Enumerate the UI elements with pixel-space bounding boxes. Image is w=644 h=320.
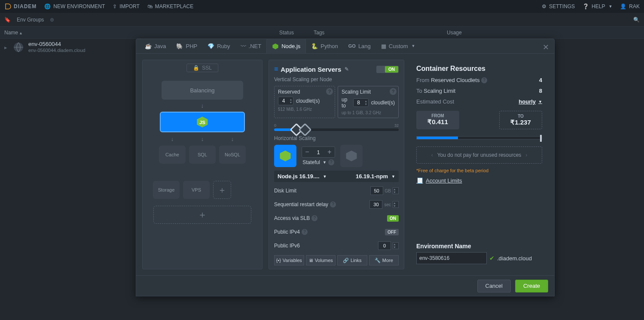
stepper-icon[interactable]: ▲▼ <box>393 187 399 194</box>
dotnet-icon: 〰 <box>241 43 246 49</box>
brand-icon <box>4 3 12 10</box>
col-tags[interactable]: Tags <box>314 30 447 36</box>
layer-toggle[interactable]: ON <box>376 66 399 73</box>
add-layer-button[interactable]: ＋ <box>153 206 251 224</box>
storage-block[interactable]: Storage <box>153 181 180 199</box>
period-dropdown[interactable]: hourly▼ <box>519 98 542 105</box>
chevron-right-icon[interactable]: › <box>525 152 527 158</box>
vps-block[interactable]: VPS <box>183 181 210 199</box>
cache-block[interactable]: Cache <box>159 146 186 164</box>
tab-ruby[interactable]: 💎Ruby <box>202 39 235 53</box>
slb-toggle[interactable]: ON <box>387 215 399 222</box>
help-icon[interactable]: ? <box>330 201 336 207</box>
disk-limit-input[interactable] <box>370 186 383 195</box>
tag-dropdown[interactable]: 16.19.1-npm▼ <box>338 173 395 180</box>
tab-custom[interactable]: ▦Custom▼ <box>376 39 421 53</box>
env-domain-suffix: .diadem.cloud <box>497 255 532 262</box>
add-group-icon[interactable]: ⊕ <box>50 17 54 23</box>
check-icon: ✔ <box>489 255 494 262</box>
add-extra-button[interactable]: ＋ <box>213 181 231 199</box>
user-icon: 👤 <box>620 3 626 9</box>
ssl-toggle[interactable]: 🔒SSL <box>186 64 218 72</box>
limit-stepper[interactable]: ▲▼ <box>353 98 369 107</box>
chevron-left-icon[interactable]: ‹ <box>431 152 433 158</box>
col-usage[interactable]: Usage <box>447 30 640 36</box>
more-button[interactable]: 🔧More <box>369 255 399 265</box>
est-cost-label: Estimated Cost <box>416 98 454 105</box>
free-note: *Free of charge for the beta period <box>416 168 542 173</box>
stateful-dropdown[interactable]: Stateful▼? <box>302 159 334 165</box>
hscale-minus[interactable]: − <box>302 147 312 157</box>
help-icon[interactable]: ? <box>311 215 317 221</box>
close-button[interactable]: ✕ <box>543 43 549 52</box>
tab-java[interactable]: ☕Java <box>140 39 171 53</box>
version-dropdown[interactable]: Node.js 16.19....▼ <box>278 173 335 180</box>
help-menu[interactable]: ❔ HELP ▼ <box>583 3 612 9</box>
balancing-block[interactable]: Balancing <box>162 81 243 100</box>
settings-button[interactable]: ⚙ SETTINGS <box>542 3 575 9</box>
help-icon[interactable]: ? <box>326 88 333 95</box>
links-button[interactable]: 🔗Links <box>337 255 367 265</box>
user-menu[interactable]: 👤 RAK <box>620 3 640 9</box>
cancel-button[interactable]: Cancel <box>477 280 511 293</box>
limit-input[interactable] <box>354 100 364 106</box>
to-cloudlets-value: 8 <box>539 88 542 94</box>
globe-icon: 🌐 <box>44 3 51 9</box>
marketplace-label: MARKETPLACE <box>155 3 193 9</box>
svg-marker-4 <box>280 151 291 162</box>
ipv4-toggle[interactable]: OFF <box>385 229 399 235</box>
search-icon[interactable]: 🔍 <box>633 17 640 23</box>
reserved-stepper[interactable]: ▲▼ <box>278 97 293 105</box>
brand-text: DIADEM <box>14 3 37 9</box>
limit-foot: 1 GiB, 3.2 GHz <box>352 110 381 115</box>
on-label: ON <box>385 66 398 73</box>
marketplace-button[interactable]: 🛍 MARKETPLACE <box>147 3 193 9</box>
create-button[interactable]: Create <box>515 280 548 293</box>
import-button[interactable]: ⇪ IMPORT <box>113 3 139 9</box>
env-name-input[interactable] <box>416 252 487 264</box>
env-name: env-0560044 <box>28 41 85 47</box>
help-icon[interactable]: ? <box>302 229 308 235</box>
new-environment-label: NEW ENVIRONMENT <box>53 3 105 9</box>
custom-icon: ▦ <box>381 43 386 49</box>
account-limits-link[interactable]: 🧾Account Limits <box>416 177 542 184</box>
help-icon[interactable]: ? <box>481 77 487 83</box>
cloudlet-slider[interactable]: 032 <box>274 123 399 131</box>
variables-button[interactable]: {•}Variables <box>274 255 304 265</box>
reserved-title: Reserved <box>278 89 331 95</box>
sql-block[interactable]: SQL <box>189 146 216 164</box>
ipv6-input[interactable] <box>378 241 391 250</box>
nosql-block[interactable]: NoSQL <box>219 146 246 164</box>
stepper-icon[interactable]: ▲▼ <box>393 201 399 208</box>
help-icon[interactable]: ? <box>390 88 397 95</box>
edit-icon[interactable]: ✎ <box>345 66 349 72</box>
cost-slider <box>416 136 542 140</box>
reserved-input[interactable] <box>278 98 289 104</box>
hscale-secondary-icon[interactable] <box>340 145 363 167</box>
stepper-icon[interactable]: ▲▼ <box>393 242 399 249</box>
tab-dotnet[interactable]: 〰.NET <box>235 39 267 53</box>
topology-panel: 🔒SSL Balancing ↓ JS ↓↓↓ Cache SQL NoSQL … <box>142 60 262 269</box>
php-icon: 🐘 <box>176 43 183 49</box>
volumes-button[interactable]: 🖥Volumes <box>306 255 336 265</box>
help-icon[interactable]: ? <box>328 159 334 165</box>
col-name[interactable]: Name▲ <box>4 30 279 36</box>
new-environment-button[interactable]: 🌐 NEW ENVIRONMENT <box>44 3 105 9</box>
help-icon: ❔ <box>583 3 589 9</box>
hscale-plus[interactable]: + <box>324 147 335 157</box>
disclosure-icon[interactable]: ▸ <box>4 44 9 51</box>
tab-python[interactable]: 🐍Python <box>306 39 343 53</box>
cost-to-box: TO₹1.237 <box>499 111 542 129</box>
hscale-value: 1 <box>312 149 324 155</box>
app-server-block[interactable]: JS <box>160 112 245 132</box>
hscale-primary-icon[interactable] <box>274 145 296 167</box>
tab-nodejs[interactable]: Node.js <box>266 39 306 53</box>
restart-input[interactable] <box>369 200 382 209</box>
tab-go[interactable]: GOLang <box>343 39 376 53</box>
gear-icon: ⚙ <box>542 3 546 9</box>
ipv4-label: Public IPv4 <box>274 229 300 235</box>
tab-php[interactable]: 🐘PHP <box>171 39 202 53</box>
env-groups-label[interactable]: Env Groups <box>17 17 44 23</box>
java-icon: ☕ <box>145 43 152 49</box>
col-status[interactable]: Status <box>279 30 314 36</box>
